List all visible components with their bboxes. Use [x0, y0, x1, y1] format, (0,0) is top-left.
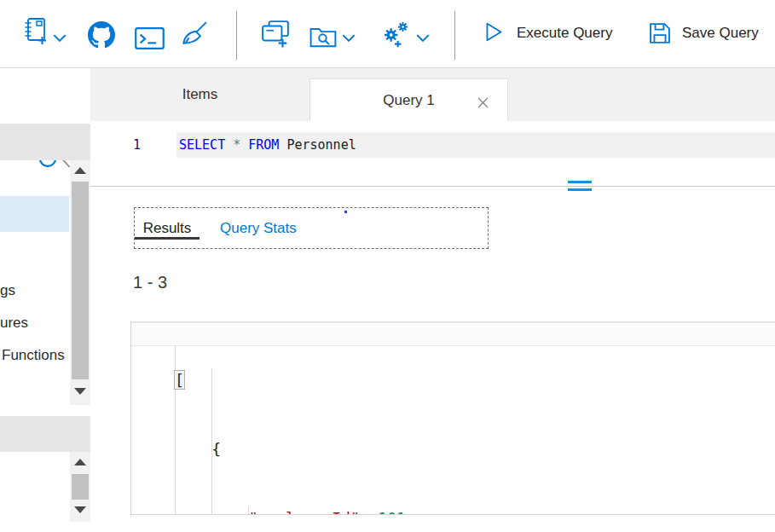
editor-results-divider	[90, 186, 775, 187]
save-icon	[650, 23, 670, 43]
result-range-label: 1 - 3	[133, 273, 167, 292]
splitter-handle-top-line[interactable]	[568, 181, 592, 183]
command-bar: Execute Query Save Query	[0, 0, 775, 68]
scrollbar-thumb[interactable]	[72, 474, 89, 500]
tab-query-1-label: Query 1	[383, 92, 434, 109]
scrollbar-thumb[interactable]	[72, 182, 89, 379]
splitter-handle-bottom-line[interactable]	[568, 188, 592, 191]
new-container-button[interactable]	[261, 20, 290, 52]
new-notebook-button[interactable]	[23, 17, 49, 49]
browse-queries-button[interactable]	[309, 25, 337, 52]
editor-line-number: 1	[133, 132, 167, 158]
folder-search-icon	[309, 25, 337, 49]
json-document: [ { "employeeId": 101, "firstName": "Bri…	[131, 322, 442, 515]
new-notebook-dropdown[interactable]	[53, 31, 67, 46]
scroll-down-arrow[interactable]	[74, 388, 86, 395]
scroll-down-arrow[interactable]	[74, 506, 86, 513]
play-icon	[485, 22, 503, 42]
chevron-down-icon	[342, 33, 356, 43]
json-line: [	[175, 368, 442, 391]
chevron-down-icon	[53, 33, 67, 43]
sidebar-item-stored-procedures[interactable]: ures	[0, 315, 28, 332]
chevron-down-icon	[416, 33, 430, 43]
execute-query-label[interactable]: Execute Query	[517, 25, 612, 42]
query-settings-dropdown[interactable]	[416, 31, 430, 46]
sidebar-item-settings[interactable]: gs	[0, 282, 15, 299]
tab-query-1[interactable]: Query 1	[309, 78, 508, 121]
gear-plus-icon	[381, 20, 410, 49]
tab-results[interactable]: Results	[135, 208, 200, 248]
tab-bar: Items Query 1	[90, 68, 775, 121]
tab-query-stats[interactable]: Query Stats	[220, 208, 297, 248]
toolbar-divider	[454, 11, 455, 60]
tab-items-label: Items	[182, 86, 218, 103]
sidebar-header	[0, 68, 90, 121]
terminal-icon	[135, 27, 165, 49]
json-line: "employeeId": 101,	[175, 506, 442, 515]
cursor-dot	[344, 211, 347, 213]
clean-button[interactable]	[181, 20, 208, 51]
new-container-icon	[261, 20, 290, 49]
sidebar-selected-item[interactable]	[0, 196, 69, 232]
browse-queries-dropdown[interactable]	[342, 31, 356, 46]
save-query-button[interactable]	[650, 23, 670, 47]
data-explorer-screen: Execute Query Save Query	[0, 0, 775, 532]
scroll-up-arrow[interactable]	[74, 167, 86, 174]
save-query-label[interactable]: Save Query	[682, 25, 759, 42]
broom-icon	[181, 20, 208, 48]
sidebar-section-band	[0, 416, 90, 452]
json-line: {	[175, 437, 442, 460]
tab-items[interactable]: Items	[90, 68, 309, 121]
query-settings-button[interactable]	[381, 20, 410, 53]
sidebar-item-user-defined-functions[interactable]: Functions	[2, 347, 65, 364]
close-icon	[477, 97, 489, 108]
sql-query-editor[interactable]: SELECT * FROM Personnel	[179, 132, 356, 158]
tab-query-stats-label: Query Stats	[220, 220, 297, 237]
results-pivot: Results Query Stats	[134, 207, 489, 249]
scroll-up-arrow[interactable]	[74, 459, 86, 466]
open-terminal-button[interactable]	[135, 27, 165, 53]
execute-query-button[interactable]	[485, 22, 503, 45]
tab-close-button[interactable]	[477, 95, 489, 107]
sidebar-section-band	[0, 124, 90, 160]
toolbar-divider	[236, 11, 237, 60]
new-notebook-icon	[23, 17, 49, 46]
results-active-underline	[135, 237, 200, 240]
github-button[interactable]	[88, 21, 115, 52]
github-icon	[88, 21, 115, 49]
json-results-viewer[interactable]: [ { "employeeId": 101, "firstName": "Bri…	[130, 321, 775, 515]
tab-results-label: Results	[143, 220, 192, 237]
